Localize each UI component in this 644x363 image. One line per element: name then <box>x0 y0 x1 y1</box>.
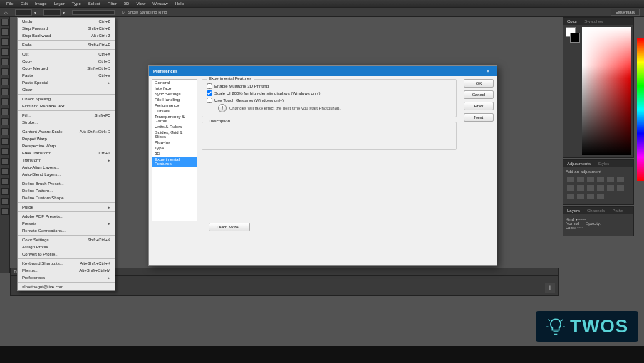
tab-layers[interactable]: Layers <box>564 209 583 213</box>
menu-item[interactable]: Keyboard Shortcuts...Alt+Shift+Ctrl+K <box>18 260 115 267</box>
pref-category[interactable]: Performance <box>152 102 197 108</box>
menu-item[interactable]: Clear <box>18 86 115 93</box>
hue-slider[interactable] <box>637 38 644 181</box>
windows-taskbar[interactable] <box>0 346 644 363</box>
tool-history[interactable] <box>1 108 9 115</box>
next-button[interactable]: Next <box>464 113 494 122</box>
adj-mixer-icon[interactable] <box>587 185 594 191</box>
tool-shape[interactable] <box>1 188 9 195</box>
tool-gradient[interactable] <box>1 128 9 135</box>
menu-item[interactable]: Puppet Warp <box>18 135 115 142</box>
pref-category[interactable]: Experimental Features <box>152 157 197 167</box>
menu-item[interactable]: Check Spelling... <box>18 95 115 102</box>
workspace-switcher[interactable]: Essentials <box>611 9 640 16</box>
menu-3d[interactable]: 3D <box>124 1 130 6</box>
tool-brush[interactable] <box>1 88 9 95</box>
pref-category[interactable]: Transparency & Gamut <box>152 114 197 124</box>
pref-category[interactable]: Interface <box>152 85 197 91</box>
menu-item[interactable]: Remote Connections... <box>18 227 115 234</box>
adj-selective-icon[interactable] <box>587 194 594 199</box>
prev-button[interactable]: Prev <box>464 102 494 110</box>
tool-type[interactable] <box>1 168 9 175</box>
menu-item[interactable]: Presets <box>18 220 115 227</box>
sample-dropdown[interactable]: ▾ <box>43 9 65 16</box>
menu-item[interactable]: Copy MergedShift+Ctrl+C <box>18 65 115 72</box>
sample-size-dropdown[interactable]: ▾ <box>15 9 36 16</box>
eyedropper-icon[interactable]: ◇ <box>4 10 8 15</box>
menu-item[interactable]: Convert to Profile... <box>18 251 115 258</box>
adj-exposure-icon[interactable] <box>597 177 604 182</box>
menu-item[interactable]: Auto-Align Layers... <box>18 164 115 171</box>
sample-bar[interactable] <box>72 10 115 15</box>
adj-brightness-icon[interactable] <box>567 177 574 182</box>
color-field[interactable] <box>582 27 631 155</box>
pref-category[interactable]: Guides, Grid & Slices <box>152 130 197 140</box>
adj-photofilter-icon[interactable] <box>577 185 584 191</box>
adj-threshold-icon[interactable] <box>567 194 574 199</box>
menu-item[interactable]: CopyCtrl+C <box>18 58 115 65</box>
menu-item[interactable]: Preferences <box>18 274 115 281</box>
menu-item[interactable]: Find and Replace Text... <box>18 102 115 110</box>
adj-levels-icon[interactable] <box>577 177 584 182</box>
menu-select[interactable]: Select <box>88 1 100 6</box>
checkbox-multitone-3d-printing[interactable]: Enable Multitone 3D Printing <box>207 83 452 90</box>
tool-pen[interactable] <box>1 158 9 165</box>
menu-item[interactable]: Define Pattern... <box>18 187 115 194</box>
menu-help[interactable]: Help <box>175 1 184 6</box>
tool-eyedropper[interactable] <box>1 68 9 75</box>
tool-crop[interactable] <box>1 58 9 65</box>
menu-item[interactable]: albertoegut@live.com <box>18 283 115 290</box>
menu-item[interactable]: Purge <box>18 204 115 211</box>
menu-item[interactable]: CutCtrl+X <box>18 51 115 58</box>
menu-item[interactable]: Define Custom Shape... <box>18 194 115 201</box>
tool-eraser[interactable] <box>1 118 9 125</box>
menu-item[interactable]: Fill...Shift+F5 <box>18 112 115 119</box>
adj-gradientmap-icon[interactable] <box>577 194 584 199</box>
menu-item[interactable]: Step BackwardAlt+Ctrl+Z <box>18 32 115 39</box>
tool-dodge[interactable] <box>1 148 9 155</box>
adj-hue-icon[interactable] <box>617 177 624 182</box>
add-media-button[interactable]: + <box>545 283 555 293</box>
show-sampling-ring-checkbox[interactable]: ☑ Show Sampling Ring <box>122 10 167 15</box>
adj-curves-icon[interactable] <box>587 177 594 182</box>
menu-item[interactable]: Perspective Warp <box>18 142 115 149</box>
tab-paths[interactable]: Paths <box>608 209 626 213</box>
menu-item[interactable]: Content-Aware ScaleAlt+Shift+Ctrl+C <box>18 128 115 135</box>
menu-item[interactable]: Stroke... <box>18 119 115 126</box>
tool-zoom[interactable] <box>1 208 9 215</box>
menu-item[interactable]: Menus...Alt+Shift+Ctrl+M <box>18 267 115 274</box>
pref-category[interactable]: General <box>152 80 197 85</box>
menu-layer[interactable]: Layer <box>54 1 65 6</box>
background-swatch[interactable] <box>570 33 580 43</box>
checkbox-touch-gestures[interactable]: Use Touch Gestures (Windows only) <box>207 97 452 104</box>
tool-wand[interactable] <box>1 48 9 56</box>
tool-stamp[interactable] <box>1 98 9 105</box>
menu-item[interactable]: UndoCtrl+Z <box>18 18 115 25</box>
pref-category[interactable]: Units & Rulers <box>152 124 197 130</box>
menu-view[interactable]: View <box>136 1 145 6</box>
adj-lookup-icon[interactable] <box>597 185 604 191</box>
tab-styles[interactable]: Styles <box>594 162 613 166</box>
menu-item[interactable]: Free TransformCtrl+T <box>18 149 115 157</box>
pref-category[interactable]: Type <box>152 145 197 151</box>
menu-edit[interactable]: Edit <box>21 1 28 6</box>
adj-invert-icon[interactable] <box>607 185 614 191</box>
tool-path[interactable] <box>1 178 9 185</box>
menu-item[interactable]: Auto-Blend Layers... <box>18 171 115 178</box>
menu-item[interactable]: Step ForwardShift+Ctrl+Z <box>18 25 115 32</box>
menu-item[interactable]: Define Brush Preset... <box>18 180 115 187</box>
menu-item[interactable]: Paste Special <box>18 79 115 86</box>
pref-category[interactable]: Sync Settings <box>152 91 197 97</box>
dialog-titlebar[interactable]: Preferences × <box>149 66 497 76</box>
adj-vibrance-icon[interactable] <box>607 177 614 182</box>
pref-category[interactable]: Plug-Ins <box>152 140 197 145</box>
tab-swatches[interactable]: Swatches <box>581 19 606 23</box>
tool-lasso[interactable] <box>1 38 9 46</box>
menu-type[interactable]: Type <box>72 1 81 6</box>
tab-adjustments[interactable]: Adjustments <box>564 162 594 166</box>
pref-category[interactable]: 3D <box>152 151 197 157</box>
adj-posterize-icon[interactable] <box>617 185 624 191</box>
tool-move[interactable] <box>1 19 9 26</box>
learn-more-button[interactable]: Learn More... <box>209 223 250 231</box>
menu-item[interactable]: Transform <box>18 157 115 164</box>
